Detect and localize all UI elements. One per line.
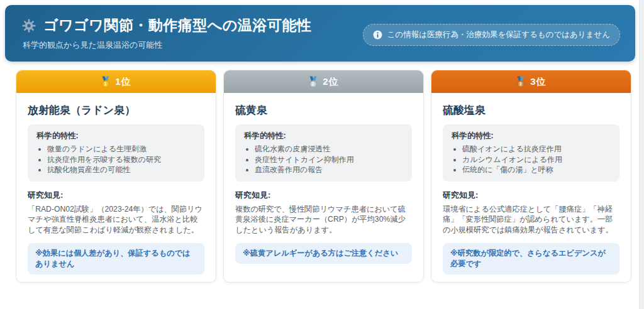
research-text: 複数の研究で、慢性関節リウマチ患者において硫黄泉浴後に炎症マーカー（CRP）が平…: [235, 204, 412, 236]
ranking-card-1: 1 1位 放射能泉（ラドン泉） 科学的特性: 微量のラドンによる生理刺激 抗炎症…: [16, 70, 216, 283]
rank-label: 2位: [323, 76, 338, 88]
research-label: 研究知見:: [443, 190, 619, 201]
features-box: 科学的特性: 微量のラドンによる生理刺激 抗炎症作用を示唆する複数の研究 抗酸化…: [28, 124, 204, 182]
scrollbar-track[interactable]: [639, 0, 644, 309]
info-circle-icon: [373, 30, 382, 40]
feature-item: 硫化水素の皮膚浸透性: [255, 144, 403, 154]
research-label: 研究知見:: [235, 190, 412, 201]
rank-label: 1位: [115, 76, 131, 88]
feature-item: 抗酸化物質産生の可能性: [47, 165, 196, 175]
ranking-cards: 1 1位 放射能泉（ラドン泉） 科学的特性: 微量のラドンによる生理刺激 抗炎症…: [16, 70, 631, 283]
svg-text:2: 2: [312, 82, 315, 86]
feature-item: 炎症性サイトカイン抑制作用: [255, 154, 403, 165]
disclaimer-badge-text: この情報は医療行為・治療効果を保証するものではありません: [387, 30, 610, 40]
card-body: 放射能泉（ラドン泉） 科学的特性: 微量のラドンによる生理刺激 抗炎症作用を示唆…: [16, 93, 216, 282]
research-text: 「RAD-ON02試験」（2023-24年）では、関節リウマチや強直性脊椎炎患者…: [28, 204, 204, 236]
ranking-card-2: 2 2位 硫黄泉 科学的特性: 硫化水素の皮膚浸透性 炎症性サイトカイン抑制作用…: [223, 70, 424, 283]
spring-name: 硫黄泉: [235, 103, 412, 117]
feature-item: 硫酸イオンによる抗炎症作用: [462, 144, 611, 154]
ranking-card-3: 3 3位 硫酸塩泉 科学的特性: 硫酸イオンによる抗炎症作用 カルシウムイオンに…: [431, 70, 631, 283]
svg-text:3: 3: [519, 82, 523, 86]
features-label: 科学的特性:: [452, 131, 611, 141]
rank-banner-3: 3 3位: [431, 70, 631, 93]
feature-item: 微量のラドンによる生理刺激: [47, 144, 196, 154]
spring-name: 放射能泉（ラドン泉）: [28, 103, 204, 117]
features-box: 科学的特性: 硫酸イオンによる抗炎症作用 カルシウムイオンによる作用 伝統的に「…: [443, 124, 619, 182]
feature-item: カルシウムイオンによる作用: [462, 154, 611, 165]
gold-medal-icon: 1: [101, 76, 111, 88]
disclaimer-badge: この情報は医療行為・治療効果を保証するものではありません: [363, 24, 620, 46]
feature-item: 伝統的に「傷の湯」と呼称: [462, 165, 611, 175]
page-header: ゴワゴワ関節・動作痛型への温浴可能性 科学的観点から見た温泉温浴の可能性 この情…: [5, 5, 635, 62]
note-box: ※硫黄アレルギーがある方はご注意ください: [235, 243, 412, 264]
research-text: 環境省による公式適応症として「腰痛症」「神経痛」「変形性関節症」が認められていま…: [443, 204, 619, 236]
bronze-medal-icon: 3: [516, 76, 526, 88]
rank-banner-1: 1 1位: [16, 70, 216, 93]
features-label: 科学的特性:: [244, 131, 403, 141]
feature-item: 血流改善作用の報告: [255, 165, 403, 175]
card-body: 硫酸塩泉 科学的特性: 硫酸イオンによる抗炎症作用 カルシウムイオンによる作用 …: [431, 93, 631, 282]
feature-item: 抗炎症作用を示唆する複数の研究: [47, 154, 196, 165]
rank-banner-2: 2 2位: [224, 70, 423, 93]
research-label: 研究知見:: [28, 190, 204, 201]
features-list: 微量のラドンによる生理刺激 抗炎症作用を示唆する複数の研究 抗酸化物質産生の可能…: [36, 144, 196, 175]
spring-name: 硫酸塩泉: [443, 103, 619, 117]
features-list: 硫化水素の皮膚浸透性 炎症性サイトカイン抑制作用 血流改善作用の報告: [244, 144, 403, 175]
features-box: 科学的特性: 硫化水素の皮膚浸透性 炎症性サイトカイン抑制作用 血流改善作用の報…: [235, 124, 412, 182]
page-title: ゴワゴワ関節・動作痛型への温浴可能性: [43, 16, 311, 35]
silver-medal-icon: 2: [308, 76, 318, 88]
svg-text:1: 1: [104, 82, 108, 86]
card-body: 硫黄泉 科学的特性: 硫化水素の皮膚浸透性 炎症性サイトカイン抑制作用 血流改善…: [224, 93, 423, 271]
features-label: 科学的特性:: [36, 131, 196, 141]
features-list: 硫酸イオンによる抗炎症作用 カルシウムイオンによる作用 伝統的に「傷の湯」と呼称: [452, 144, 611, 175]
gear-icon: [21, 18, 36, 33]
note-box: ※研究数が限定的で、さらなるエビデンスが必要です: [443, 243, 619, 274]
note-box: ※効果には個人差があり、保証するものではありません: [28, 243, 204, 274]
rank-label: 3位: [530, 76, 546, 88]
